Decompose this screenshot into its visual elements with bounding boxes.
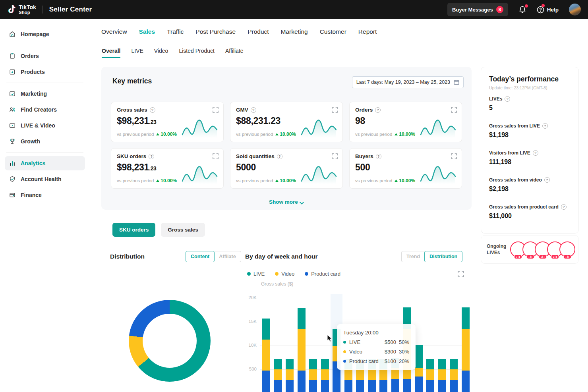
- metric-card-sku-orders: SKU orders?$98,231.23vs previous period1…: [111, 148, 224, 189]
- sidebar-item-marketing[interactable]: Marketing: [5, 87, 85, 101]
- sidebar-item-orders[interactable]: Orders: [5, 49, 85, 63]
- stacked-bar[interactable]: [309, 359, 317, 392]
- live-icon: [9, 122, 16, 129]
- tab-product[interactable]: Product: [248, 28, 269, 35]
- metric-label: SKU orders: [117, 153, 146, 159]
- bar-segment-live: [298, 308, 306, 329]
- sidebar-item-account-health[interactable]: Account Health: [5, 172, 85, 186]
- stacked-bar[interactable]: [415, 345, 423, 392]
- y-tick-label: 10K: [241, 343, 257, 348]
- bar-segment-video: [391, 368, 399, 379]
- topbar-right: Buyer Messages 8 Help: [447, 3, 581, 16]
- metric-toggle: SKU orders Gross sales: [112, 223, 205, 237]
- tooltip-row-product-card: Product card$10020%: [343, 358, 409, 364]
- stacked-bar[interactable]: [274, 359, 282, 392]
- seg-distribution[interactable]: Distribution: [424, 251, 462, 262]
- info-icon[interactable]: ?: [561, 204, 567, 210]
- stacked-bar[interactable]: [321, 359, 329, 392]
- metric-compare: vs previous period10.00%: [117, 131, 177, 137]
- sidebar-item-products[interactable]: Products: [5, 65, 85, 79]
- gross-sales-pill[interactable]: Gross sales: [161, 223, 205, 237]
- sparkline: [420, 163, 458, 185]
- sidebar-item-find-creators[interactable]: Find Creators: [5, 102, 85, 117]
- subtab-overall[interactable]: Overall: [102, 48, 120, 58]
- subtab-video[interactable]: Video: [154, 48, 168, 58]
- bar-segment-live: [274, 359, 282, 369]
- sidebar-item-analytics[interactable]: Analytics: [5, 156, 85, 170]
- notifications-button[interactable]: [518, 6, 526, 14]
- tab-customer[interactable]: Customer: [320, 28, 346, 35]
- metric-compare: vs previous period10.00%: [117, 178, 177, 183]
- info-icon[interactable]: ?: [542, 123, 548, 129]
- metric-card-buyers: Buyers?500vs previous period10.00%: [349, 148, 462, 189]
- stacked-bar[interactable]: [426, 359, 434, 392]
- sidebar-item-growth[interactable]: Growth: [5, 134, 85, 149]
- info-icon[interactable]: ?: [150, 107, 155, 113]
- info-icon[interactable]: ?: [149, 154, 154, 159]
- sidebar-item-label: Analytics: [21, 160, 45, 166]
- sidebar-item-label: Find Creators: [21, 106, 57, 113]
- expand-icon[interactable]: [451, 153, 457, 161]
- seg-affiliate[interactable]: Affilate: [214, 251, 241, 262]
- metric-card-header: Sold quantities?: [236, 153, 337, 159]
- calendar-icon: [454, 79, 459, 85]
- expand-icon[interactable]: [213, 107, 219, 114]
- distribution-donut-chart[interactable]: [129, 300, 211, 382]
- sidebar-item-label: Homepage: [21, 31, 49, 37]
- stacked-bar[interactable]: [438, 359, 446, 392]
- subtab-listed-product[interactable]: Listed Product: [179, 48, 215, 58]
- bar-segment-live: [426, 359, 434, 369]
- tab-report[interactable]: Report: [358, 28, 377, 35]
- date-range-picker[interactable]: Last 7 days: May 19, 2023 – May 25, 2023: [352, 76, 464, 88]
- metric-card-header: Orders?: [355, 107, 456, 113]
- info-icon[interactable]: ?: [505, 96, 510, 102]
- expand-icon[interactable]: [451, 107, 457, 114]
- expand-icon[interactable]: [332, 153, 338, 161]
- tab-overview[interactable]: Overview: [101, 28, 127, 35]
- legend-item-live[interactable]: LIVE: [247, 271, 265, 277]
- help-button[interactable]: Help: [537, 6, 559, 14]
- tab-post-purchase[interactable]: Post Purchase: [195, 28, 236, 35]
- stacked-bar[interactable]: [298, 308, 306, 392]
- sidebar-item-finance[interactable]: Finance: [5, 188, 85, 202]
- stacked-bar[interactable]: [262, 319, 270, 392]
- metric-label: Gross sales: [117, 107, 147, 113]
- bar-segment-live: [415, 345, 423, 368]
- tab-traffic[interactable]: Traffic: [167, 28, 184, 35]
- seg-trend[interactable]: Trend: [401, 251, 425, 262]
- legend-item-video[interactable]: Video: [275, 271, 294, 277]
- bar-segment-product-card: [344, 380, 352, 392]
- ongoing-live-avatar[interactable]: [559, 241, 575, 257]
- avatar[interactable]: [569, 4, 581, 15]
- sku-orders-pill[interactable]: SKU orders: [112, 223, 155, 237]
- buyer-messages-button[interactable]: Buyer Messages 8: [447, 3, 508, 16]
- stacked-bar[interactable]: [462, 307, 470, 392]
- info-icon[interactable]: ?: [277, 154, 282, 159]
- info-icon[interactable]: ?: [375, 107, 381, 113]
- metric-card-header: Gross sales?: [117, 107, 218, 113]
- tab-sales[interactable]: Sales: [139, 28, 155, 35]
- info-icon[interactable]: ?: [544, 177, 550, 183]
- stacked-bar[interactable]: [286, 359, 294, 392]
- brand-logo-text[interactable]: TikTok Shop: [19, 4, 36, 15]
- tab-marketing[interactable]: Marketing: [281, 28, 308, 35]
- brand-line1: TikTok: [19, 4, 36, 10]
- subtab-live[interactable]: LIVE: [131, 48, 143, 58]
- expand-icon[interactable]: [213, 153, 219, 161]
- seg-content[interactable]: Content: [186, 251, 215, 262]
- expand-icon[interactable]: [332, 107, 338, 114]
- legend-item-product-card[interactable]: Product card: [305, 271, 340, 277]
- update-time: Update time: 23:12PM (GMT-8): [489, 85, 571, 90]
- by-day-title: By day of week and hour: [245, 253, 318, 260]
- chart-expand-button[interactable]: [458, 271, 464, 279]
- sidebar-item-homepage[interactable]: Homepage: [5, 27, 85, 41]
- info-icon[interactable]: ?: [251, 107, 256, 113]
- bar-segment-video: [274, 369, 282, 380]
- info-icon[interactable]: ?: [533, 150, 538, 156]
- stacked-bar[interactable]: [450, 359, 458, 392]
- subtab-affiliate[interactable]: Affiliate: [225, 48, 244, 58]
- show-more-link[interactable]: Show more: [101, 199, 472, 205]
- info-icon[interactable]: ?: [376, 154, 381, 159]
- sidebar-item-live-video[interactable]: LIVE & Video: [5, 118, 85, 133]
- bar-segment-video: [309, 369, 317, 380]
